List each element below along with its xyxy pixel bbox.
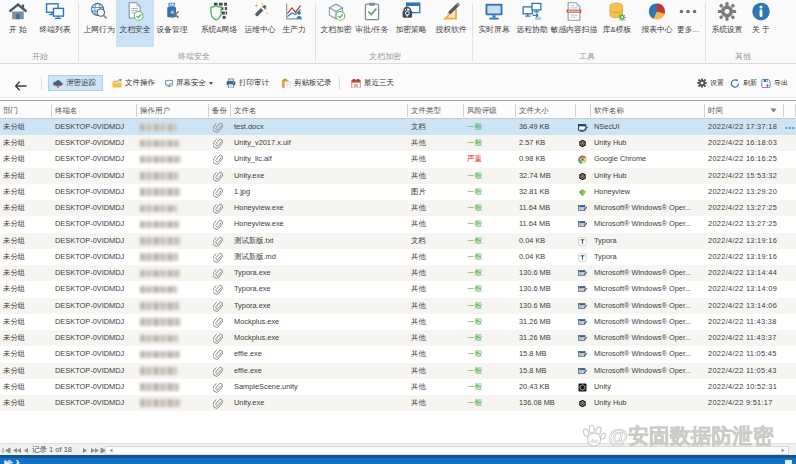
paperclip-icon[interactable] [213, 382, 223, 393]
column-header-software[interactable]: 软件名称 [591, 104, 705, 117]
cell-time: 2022/4/22 11:43:37 [705, 330, 784, 346]
column-header-risk[interactable]: 风险评级 [464, 104, 516, 117]
ribbon-item-live-screen[interactable]: 实时屏幕 [475, 0, 513, 47]
grid-row[interactable]: 未分组DESKTOP-0VIDMDJSampleScene.unity其他一般2… [0, 379, 796, 395]
grid-row[interactable]: 未分组DESKTOP-0VIDMDJHoneyview.exe其他一般11.64… [0, 216, 796, 232]
grid-row[interactable]: 未分组DESKTOP-0VIDMDJeffie.exe其他一般15.8 MBMi… [0, 346, 796, 362]
paperclip-icon[interactable] [213, 138, 223, 149]
back-arrow-icon[interactable] [14, 81, 27, 91]
column-header-label: 文件类型 [411, 106, 441, 115]
cell-filesize: 15.8 MB [516, 346, 576, 362]
paperclip-icon[interactable] [213, 154, 223, 165]
action-export[interactable]: 导出 [757, 75, 791, 91]
column-header-filetype[interactable]: 文件类型 [408, 104, 464, 117]
scroll-left-icon[interactable] [107, 448, 116, 453]
grid-row[interactable]: 未分组DESKTOP-0VIDMDJTypora.exe其他一般130.6 MB… [0, 281, 796, 297]
ribbon-item-remote-assist[interactable]: 远程协助 [513, 0, 551, 47]
paperclip-icon[interactable] [213, 122, 223, 133]
ribbon-item-terminal-list[interactable]: 终端列表 [36, 0, 74, 47]
paperclip-icon[interactable] [213, 252, 223, 263]
ribbon-item-about[interactable]: 关 于 [742, 0, 780, 47]
tab-print-audit[interactable]: 打印审计 [222, 75, 272, 91]
grid-row[interactable]: 未分组DESKTOP-0VIDMDJMockplus.exe其他一般31.26 … [0, 314, 796, 330]
paperclip-icon[interactable] [213, 236, 223, 247]
grid-row[interactable]: 未分组DESKTOP-0VIDMDJHoneyview.exe其他一般11.64… [0, 200, 796, 216]
column-header-dept[interactable]: 部门 [0, 104, 52, 117]
column-header-label: 文件大小 [519, 106, 549, 115]
cell-time: 2022/4/22 13:29:20 [705, 184, 784, 200]
svg-text:du: du [590, 438, 598, 445]
grid-row[interactable]: 未分组DESKTOP-0VIDMDJ1.jpg图片一般32.81 KBHoney… [0, 184, 796, 200]
action-refresh[interactable]: 刷新 [726, 75, 758, 91]
paperclip-icon[interactable] [213, 333, 223, 344]
ribbon-group-label: 文档加密 [369, 51, 401, 62]
column-header-user[interactable]: 操作用户 [137, 104, 209, 117]
tab-clipboard-log[interactable]: 剪贴板记录 [277, 75, 335, 91]
grid-row[interactable]: 未分组DESKTOP-0VIDMDJTypora.exe其他一般130.6 MB… [0, 265, 796, 281]
cell-time: 2022/4/22 13:19:16 [705, 233, 784, 249]
paperclip-icon[interactable] [213, 187, 223, 198]
grid-row[interactable]: 未分组DESKTOP-0VIDMDJtest.docx文档一般36.49 KBN… [0, 119, 796, 135]
cell-filename: SampleScene.unity [231, 379, 408, 395]
paperclip-icon[interactable] [213, 398, 223, 409]
ribbon-item-encrypt-policy[interactable]: 加密策略 [392, 0, 430, 47]
column-header-filesize[interactable]: 文件大小 [516, 104, 576, 117]
ribbon-item-home[interactable]: 开 始 [0, 0, 37, 47]
paperclip-icon[interactable] [213, 317, 223, 328]
date-filter-button[interactable]: 31最近三天 [347, 75, 399, 91]
home-icon [7, 2, 29, 22]
cell-software: Google Chrome [591, 151, 705, 167]
paperclip-icon[interactable] [213, 366, 223, 377]
grid-row[interactable]: 未分组DESKTOP-0VIDMDJUnity.exe其他一般32.74 MBU… [0, 168, 796, 184]
ribbon-item-library-template[interactable]: 库&模板 [598, 0, 636, 47]
filter-dropdown-icon[interactable] [770, 108, 777, 113]
cell-software: Microsoft® Windows® Oper... [591, 314, 705, 330]
row-more-button[interactable] [785, 119, 795, 135]
paperclip-icon[interactable] [213, 171, 223, 182]
nav-first-button[interactable] [2, 447, 12, 454]
paperclip-icon[interactable] [213, 349, 223, 360]
paperclip-icon[interactable] [213, 301, 223, 312]
grid-row[interactable]: 未分组DESKTOP-0VIDMDJeffie.exe其他一般15.8 MBMi… [0, 363, 796, 379]
tab-leak-trace[interactable]: 泄密追踪 [48, 75, 103, 91]
action-settings-gear[interactable]: 设置 [693, 75, 725, 91]
ribbon-item-productivity[interactable]: 生产力 [275, 0, 313, 47]
paperclip-icon[interactable] [213, 203, 223, 214]
column-header-appicon[interactable] [576, 104, 591, 117]
cell-risk: 一般 [464, 233, 516, 249]
column-header-extra[interactable] [784, 104, 796, 117]
ribbon-item-licensed-software[interactable]: 授权软件 [432, 0, 470, 47]
column-header-terminal[interactable]: 终端名 [52, 104, 137, 117]
column-header-time[interactable]: 时间 [705, 104, 784, 117]
grid-row[interactable]: 未分组DESKTOP-0VIDMDJ测试新版.md其他一般0.04 KBTypo… [0, 249, 796, 265]
ribbon-item-system-settings[interactable]: 系统设置 [708, 0, 746, 47]
blurred-user-cell [140, 140, 179, 148]
nav-next-page-button[interactable] [90, 447, 100, 454]
grid-row[interactable]: 未分组DESKTOP-0VIDMDJUnity_v2017.x.ulf其他一般2… [0, 135, 796, 151]
grid-row[interactable]: 未分组DESKTOP-0VIDMDJUnity_lic.alf其他严重0.98 … [0, 151, 796, 167]
paperclip-icon[interactable] [213, 219, 223, 230]
grid-row[interactable]: 未分组DESKTOP-0VIDMDJ测试新版.txt文档一般0.04 KBTyp… [0, 233, 796, 249]
ribbon-item-ops-center[interactable]: 运维中心 [241, 0, 279, 47]
tab-screen-security[interactable]: 屏幕安全 [161, 75, 213, 91]
ribbon-item-document-security[interactable]: 文档安全 [116, 0, 154, 47]
library-template-icon [606, 2, 628, 22]
ribbon-item-system-network[interactable]: 系统&网络 [196, 0, 242, 47]
tab-file-ops[interactable]: 文件操作 [108, 75, 158, 91]
grid-row[interactable]: 未分组DESKTOP-0VIDMDJUnity.exe其他一般136.08 MB… [0, 395, 796, 411]
paperclip-icon[interactable] [213, 268, 223, 279]
grid-row[interactable]: 未分组DESKTOP-0VIDMDJMockplus.exe其他一般31.26 … [0, 330, 796, 346]
paperclip-icon[interactable] [213, 284, 223, 295]
cell-filetype: 其他 [408, 314, 464, 330]
cell-time: 2022/4/22 11:05:45 [705, 346, 784, 362]
ribbon-item-sensitive-scan[interactable]: 敏感内容扫描 [547, 0, 601, 47]
grid-row[interactable]: 未分组DESKTOP-0VIDMDJTypora.exe其他一般130.6 MB… [0, 298, 796, 314]
ribbon-item-device-manage[interactable]: 设备管理 [153, 0, 191, 47]
bottom-blue-bar: 输入 [0, 455, 796, 464]
column-header-backup[interactable]: 备份 [209, 104, 231, 117]
ribbon-item-approval-task[interactable]: 审批/任务 [349, 0, 395, 47]
ribbon-item-web-behavior[interactable]: 上网行为 [80, 0, 118, 47]
column-header-filename[interactable]: 文件名 [231, 104, 408, 117]
cell-terminal: DESKTOP-0VIDMDJ [52, 298, 137, 314]
nav-prev-page-button[interactable] [12, 447, 22, 454]
